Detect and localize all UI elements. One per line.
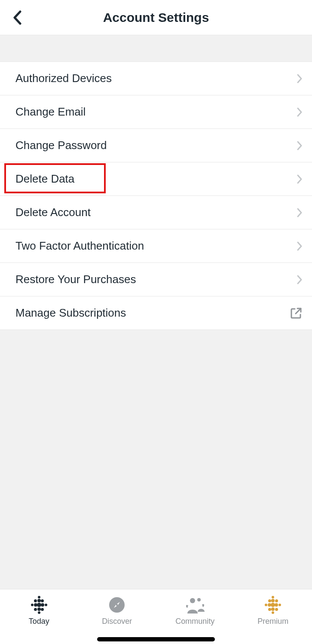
chevron-right-icon bbox=[297, 73, 303, 84]
tab-community[interactable]: Community bbox=[156, 596, 234, 626]
community-icon bbox=[185, 596, 205, 613]
chevron-right-icon bbox=[297, 140, 303, 151]
row-delete-data[interactable]: Delete Data bbox=[0, 162, 312, 196]
row-label: Restore Your Purchases bbox=[15, 273, 136, 286]
compass-icon bbox=[108, 596, 125, 613]
row-label: Change Email bbox=[15, 105, 86, 119]
tab-bar: TodayDiscoverCommunityPremium bbox=[0, 589, 312, 644]
row-label: Delete Data bbox=[15, 172, 74, 186]
external-link-icon bbox=[290, 307, 303, 320]
row-authorized-devices[interactable]: Authorized Devices bbox=[0, 62, 312, 95]
svg-point-4 bbox=[197, 598, 201, 601]
chevron-right-icon bbox=[297, 174, 303, 184]
tab-discover[interactable]: Discover bbox=[78, 596, 156, 626]
row-change-password[interactable]: Change Password bbox=[0, 129, 312, 162]
svg-point-3 bbox=[190, 598, 195, 603]
back-button[interactable] bbox=[8, 8, 27, 27]
tab-label: Today bbox=[29, 617, 49, 626]
chevron-right-icon bbox=[297, 208, 303, 218]
chevron-right-icon bbox=[297, 107, 303, 117]
tab-label: Discover bbox=[102, 617, 132, 626]
tab-today[interactable]: Today bbox=[0, 596, 78, 626]
chevron-right-icon bbox=[297, 275, 303, 285]
tab-label: Premium bbox=[257, 617, 288, 626]
today-icon bbox=[31, 596, 48, 613]
row-label: Change Password bbox=[15, 139, 107, 152]
premium-icon bbox=[264, 596, 281, 613]
settings-list: Authorized DevicesChange EmailChange Pas… bbox=[0, 62, 312, 330]
row-label: Delete Account bbox=[15, 206, 91, 219]
row-two-factor-auth[interactable]: Two Factor Authentication bbox=[0, 229, 312, 263]
svg-point-2 bbox=[116, 604, 118, 606]
page-title: Account Settings bbox=[103, 10, 209, 25]
chevron-left-icon bbox=[12, 10, 22, 25]
row-label: Two Factor Authentication bbox=[15, 239, 144, 253]
row-manage-subscriptions[interactable]: Manage Subscriptions bbox=[0, 296, 312, 330]
row-change-email[interactable]: Change Email bbox=[0, 95, 312, 129]
section-spacer bbox=[0, 35, 312, 62]
row-restore-purchases[interactable]: Restore Your Purchases bbox=[0, 263, 312, 296]
home-indicator bbox=[97, 637, 215, 641]
row-delete-account[interactable]: Delete Account bbox=[0, 196, 312, 229]
row-label: Authorized Devices bbox=[15, 72, 112, 85]
header-bar: Account Settings bbox=[0, 0, 312, 35]
tab-label: Community bbox=[175, 617, 214, 626]
empty-area bbox=[0, 330, 312, 589]
chevron-right-icon bbox=[297, 241, 303, 251]
row-label: Manage Subscriptions bbox=[15, 306, 126, 320]
tab-premium[interactable]: Premium bbox=[234, 596, 312, 626]
